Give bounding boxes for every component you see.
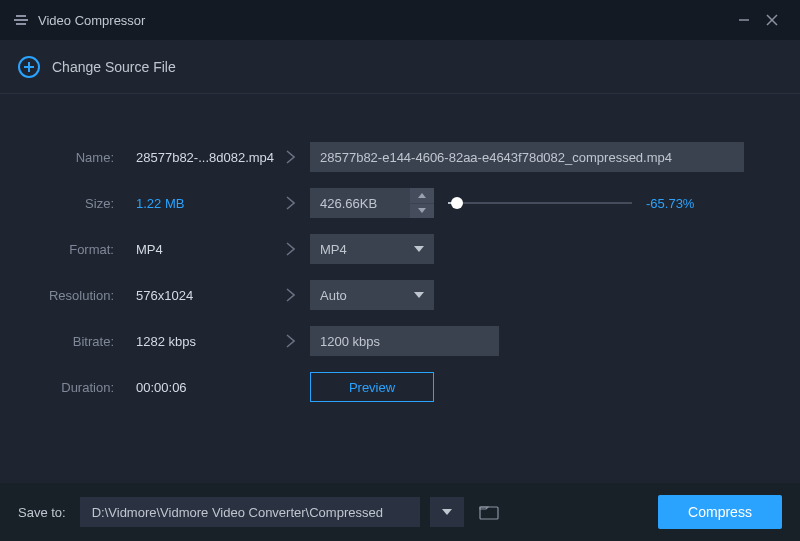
app-title: Video Compressor <box>38 13 145 28</box>
svg-marker-7 <box>414 246 424 252</box>
close-button[interactable] <box>758 6 786 34</box>
arrow-icon <box>270 150 310 164</box>
original-name: 28577b82-...8d082.mp4 <box>120 150 270 165</box>
row-size: Size: 1.22 MB -65.73% <box>0 180 772 226</box>
label-name: Name: <box>0 150 120 165</box>
titlebar: Video Compressor <box>0 0 800 40</box>
arrow-icon <box>270 334 310 348</box>
row-format: Format: MP4 MP4 <box>0 226 772 272</box>
save-to-label: Save to: <box>18 505 66 520</box>
compress-button[interactable]: Compress <box>658 495 782 529</box>
original-duration: 00:00:06 <box>120 380 270 395</box>
preview-button[interactable]: Preview <box>310 372 434 402</box>
size-change-pct: -65.73% <box>646 196 694 211</box>
row-duration: Duration: 00:00:06 Preview <box>0 364 772 410</box>
original-resolution: 576x1024 <box>120 288 270 303</box>
label-bitrate: Bitrate: <box>0 334 120 349</box>
size-value[interactable] <box>310 188 410 218</box>
label-resolution: Resolution: <box>0 288 120 303</box>
resolution-select[interactable]: Auto <box>310 280 434 310</box>
footer: Save to: D:\Vidmore\Vidmore Video Conver… <box>0 483 800 541</box>
bitrate-field[interactable] <box>310 326 499 356</box>
minimize-button[interactable] <box>730 6 758 34</box>
svg-marker-8 <box>414 292 424 298</box>
resolution-value: Auto <box>320 288 414 303</box>
label-duration: Duration: <box>0 380 120 395</box>
label-format: Format: <box>0 242 120 257</box>
chevron-down-icon <box>442 509 452 515</box>
arrow-icon <box>270 288 310 302</box>
format-value: MP4 <box>320 242 414 257</box>
output-name-field[interactable] <box>310 142 744 172</box>
original-bitrate: 1282 kbps <box>120 334 270 349</box>
original-format: MP4 <box>120 242 270 257</box>
change-source-link[interactable]: Change Source File <box>52 59 176 75</box>
source-bar: Change Source File <box>0 40 800 94</box>
svg-marker-9 <box>442 509 452 515</box>
row-name: Name: 28577b82-...8d082.mp4 <box>0 134 772 180</box>
size-step-down[interactable] <box>410 204 434 219</box>
size-stepper[interactable] <box>310 188 434 218</box>
original-size: 1.22 MB <box>120 196 270 211</box>
label-size: Size: <box>0 196 120 211</box>
open-folder-button[interactable] <box>474 497 504 527</box>
row-bitrate: Bitrate: 1282 kbps <box>0 318 772 364</box>
save-path-dropdown[interactable] <box>430 497 464 527</box>
size-step-up[interactable] <box>410 188 434 204</box>
row-resolution: Resolution: 576x1024 Auto <box>0 272 772 318</box>
arrow-icon <box>270 242 310 256</box>
svg-marker-6 <box>418 208 426 213</box>
chevron-down-icon <box>414 292 424 298</box>
folder-icon <box>479 504 499 520</box>
save-path-field[interactable]: D:\Vidmore\Vidmore Video Converter\Compr… <box>80 497 420 527</box>
size-slider[interactable] <box>448 195 632 211</box>
slider-thumb[interactable] <box>451 197 463 209</box>
format-select[interactable]: MP4 <box>310 234 434 264</box>
add-icon[interactable] <box>18 56 40 78</box>
arrow-icon <box>270 196 310 210</box>
app-icon <box>14 13 28 27</box>
svg-marker-5 <box>418 193 426 198</box>
chevron-down-icon <box>414 246 424 252</box>
form-area: Name: 28577b82-...8d082.mp4 Size: 1.22 M… <box>0 94 800 410</box>
